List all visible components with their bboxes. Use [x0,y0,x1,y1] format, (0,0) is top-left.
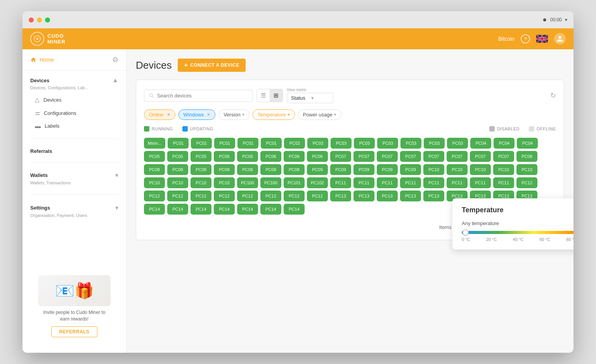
device-tile[interactable]: PC10 [470,164,491,175]
device-tile[interactable]: PC10 [493,164,514,175]
device-tile[interactable]: PC10 [144,177,165,188]
currency-label[interactable]: Bitcoin [498,36,515,42]
device-tile[interactable]: PC03 [307,138,328,149]
device-tile[interactable]: PC07 [400,151,421,162]
device-tile[interactable]: PC12 [260,191,281,201]
device-tile[interactable]: PC14 [144,204,165,215]
device-tile[interactable]: PC12 [237,191,258,201]
device-tile[interactable]: PC11 [423,177,444,188]
referrals-button[interactable]: REFERRALS [51,326,98,337]
device-tile[interactable]: PC12 [307,191,328,201]
device-tile[interactable]: PC08 [214,164,235,175]
device-tile[interactable]: PC13 [400,191,421,201]
device-tile[interactable]: PC03 [424,138,445,149]
device-tile[interactable]: PC08 [167,164,188,175]
device-tile[interactable]: PC03 [354,138,375,149]
device-tile[interactable]: PC100 [260,177,281,188]
device-tile[interactable]: PC08 [191,164,211,175]
device-tile[interactable]: PC05 [144,151,165,162]
list-view-button[interactable]: ☰ [257,89,270,102]
device-tile[interactable]: PC09 [307,164,328,175]
device-tile[interactable]: PC10 [191,177,211,188]
metric-dropdown[interactable]: Status ▾ [287,93,333,103]
device-tile[interactable]: PC11 [470,177,491,188]
logo[interactable]: CUDOMINER [30,32,66,46]
filter-online[interactable]: Online ✕ [144,109,175,120]
grid-view-button[interactable]: ⊞ [270,89,282,102]
device-tile[interactable]: PC04 [517,138,538,149]
device-tile[interactable]: PC01 [168,138,189,149]
device-tile[interactable]: PC01 [237,138,258,149]
device-tile[interactable]: PC04 [470,138,491,149]
device-tile[interactable]: PC102 [307,177,328,188]
sidebar-item-labels[interactable]: ▬ Labels [30,120,118,132]
device-tile[interactable]: PC07 [353,151,374,162]
sidebar-item-configurations[interactable]: ⚌ Configurations [30,106,118,120]
device-tile[interactable]: PC100 [237,177,258,188]
device-tile[interactable]: PC14 [284,204,305,215]
device-tile[interactable]: PC13 [423,191,444,201]
device-tile[interactable]: PC10 [167,177,188,188]
device-tile[interactable]: PC12 [214,191,235,201]
device-tile[interactable]: PC08 [237,164,258,175]
device-tile[interactable]: PC13 [353,191,374,201]
device-tile[interactable]: PC14 [191,204,211,215]
referrals-section-header[interactable]: Referrals [30,148,118,154]
device-tile[interactable]: PC13 [377,191,398,201]
device-tile[interactable]: PC07 [423,151,444,162]
device-tile[interactable]: PC07 [493,151,514,162]
device-tile[interactable]: PC14 [260,204,281,215]
help-icon[interactable]: ? [521,34,530,43]
filter-temperature[interactable]: Temperature ▾ [253,109,295,120]
device-tile[interactable]: PC13 [330,191,351,201]
device-tile[interactable]: PC09 [353,164,374,175]
device-tile[interactable]: PC14 [167,204,188,215]
search-input[interactable] [157,93,248,99]
device-tile[interactable]: PC04 [494,138,515,149]
device-tile[interactable]: PC08 [284,164,305,175]
remove-online-filter-icon[interactable]: ✕ [167,112,170,117]
device-tile[interactable]: PC07 [377,151,398,162]
device-tile[interactable]: PC01 [261,138,282,149]
filter-power-usage[interactable]: Power usage ▾ [298,109,341,120]
device-tile[interactable]: PC05 [167,151,188,162]
refresh-button[interactable]: ↻ [550,91,556,100]
device-tile[interactable]: PC14 [237,204,258,215]
settings-section-header[interactable]: Settings ▾ [30,204,118,211]
device-tile[interactable]: PC11 [353,177,374,188]
device-tile[interactable]: PC01 [191,138,212,149]
device-tile[interactable]: PC03 [331,138,352,149]
device-tile[interactable]: PC11 [330,177,351,188]
device-tile[interactable]: PC02 [284,138,305,149]
close-button[interactable] [29,17,34,23]
device-tile[interactable]: PC12 [191,191,211,201]
user-icon[interactable] [554,33,566,45]
settings-icon[interactable]: ⚙ [112,55,118,64]
device-tile[interactable]: PC12 [167,191,188,201]
device-tile[interactable]: PC11 [400,177,421,188]
device-tile[interactable]: PC01 [214,138,235,149]
device-tile[interactable]: PC10 [516,164,537,175]
device-tile[interactable]: PC06 [260,151,281,162]
device-tile[interactable]: PC03 [447,138,468,149]
sidebar-item-devices[interactable]: △ Devices [30,93,118,106]
device-tile[interactable]: PC101 [284,177,305,188]
remove-windows-filter-icon[interactable]: ✕ [207,112,210,117]
device-tile[interactable]: PC06 [307,151,328,162]
device-tile[interactable]: PC08 [516,151,537,162]
device-tile[interactable]: PC11 [447,177,468,188]
sidebar-home-link[interactable]: Home [30,57,54,63]
device-tile[interactable]: PC06 [284,151,305,162]
device-tile[interactable]: PC05 [191,151,211,162]
device-tile[interactable]: PC09 [377,164,398,175]
minimize-button[interactable] [37,17,42,23]
wallets-section-header[interactable]: Wallets ▾ [30,172,118,179]
device-tile[interactable]: PC03 [400,138,421,149]
device-tile[interactable]: PC08 [144,164,165,175]
filter-version[interactable]: Version ▾ [218,109,249,120]
search-box[interactable] [144,90,253,102]
device-tile[interactable]: PC12 [284,191,305,201]
filter-windows[interactable]: Windows ✕ [178,109,216,120]
device-tile[interactable]: PC14 [214,204,235,215]
device-tile[interactable]: PC11 [377,177,398,188]
